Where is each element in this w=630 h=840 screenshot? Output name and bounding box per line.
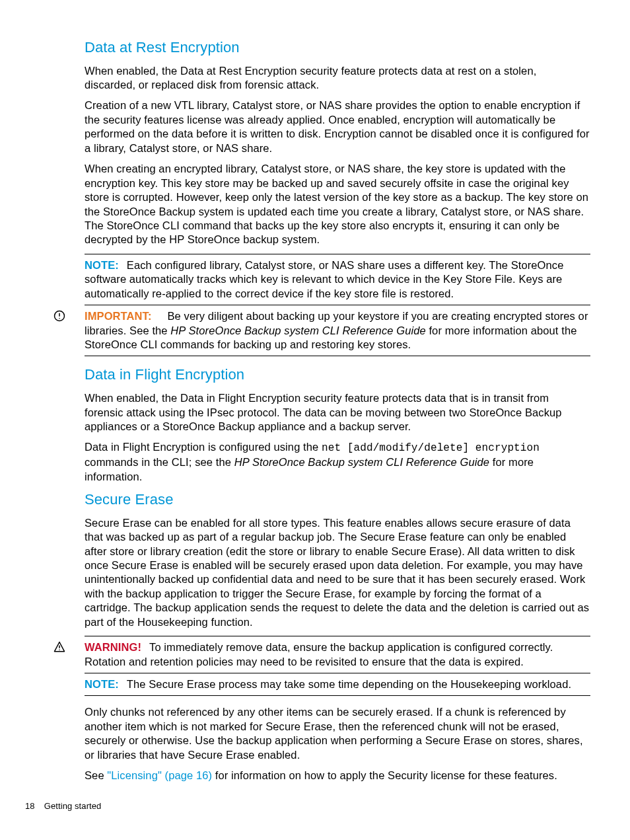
text: for information on how to apply the Secu…	[212, 769, 557, 781]
text: commands in the CLI; see the	[85, 456, 234, 468]
svg-point-4	[59, 650, 60, 651]
link-licensing[interactable]: "Licensing" (page 16)	[107, 769, 212, 781]
text: See	[85, 769, 107, 781]
important-callout: IMPORTANT:Be very diligent about backing…	[85, 305, 590, 356]
note-callout: NOTE:Each configured library, Catalyst s…	[85, 254, 590, 305]
page-footer: 18Getting started	[25, 801, 101, 812]
page-number: 18	[25, 801, 35, 811]
body-text: When enabled, the Data at Rest Encryptio…	[85, 64, 590, 93]
document-page: Data at Rest Encryption When enabled, th…	[0, 0, 630, 840]
warning-label: WARNING!	[85, 641, 141, 653]
note-text: Each configured library, Catalyst store,…	[85, 259, 563, 299]
heading-data-in-flight: Data in Flight Encryption	[85, 365, 590, 385]
heading-data-at-rest: Data at Rest Encryption	[85, 38, 590, 57]
important-label: IMPORTANT:	[85, 310, 152, 322]
note-label: NOTE:	[85, 259, 119, 271]
warning-text: To immediately remove data, ensure the b…	[85, 641, 553, 667]
important-emphasis: HP StoreOnce Backup system CLI Reference…	[170, 325, 425, 336]
svg-point-2	[59, 318, 60, 319]
note-label: NOTE:	[85, 678, 119, 690]
note-callout: NOTE:The Secure Erase process may take s…	[85, 673, 590, 696]
body-text: Data in Flight Encryption is configured …	[85, 440, 590, 484]
body-text: Only chunks not referenced by any other …	[85, 705, 590, 762]
note-text: The Secure Erase process may take some t…	[127, 678, 571, 690]
text: Data in Flight Encryption is configured …	[85, 441, 322, 453]
warning-callout: WARNING!To immediately remove data, ensu…	[85, 636, 590, 673]
body-text: See "Licensing" (page 16) for informatio…	[85, 769, 590, 783]
body-text: When creating an encrypted library, Cata…	[85, 162, 590, 247]
body-text: Secure Erase can be enabled for all stor…	[85, 516, 590, 630]
chapter-name: Getting started	[44, 801, 102, 811]
important-icon	[53, 309, 66, 323]
body-text: When enabled, the Data in Flight Encrypt…	[85, 391, 590, 434]
warning-icon	[53, 640, 66, 654]
body-text: Creation of a new VTL library, Catalyst …	[85, 98, 590, 155]
heading-secure-erase: Secure Erase	[85, 490, 590, 510]
emphasis: HP StoreOnce Backup system CLI Reference…	[234, 456, 489, 468]
code-text: net [add/modify/delete] encryption	[322, 442, 540, 454]
